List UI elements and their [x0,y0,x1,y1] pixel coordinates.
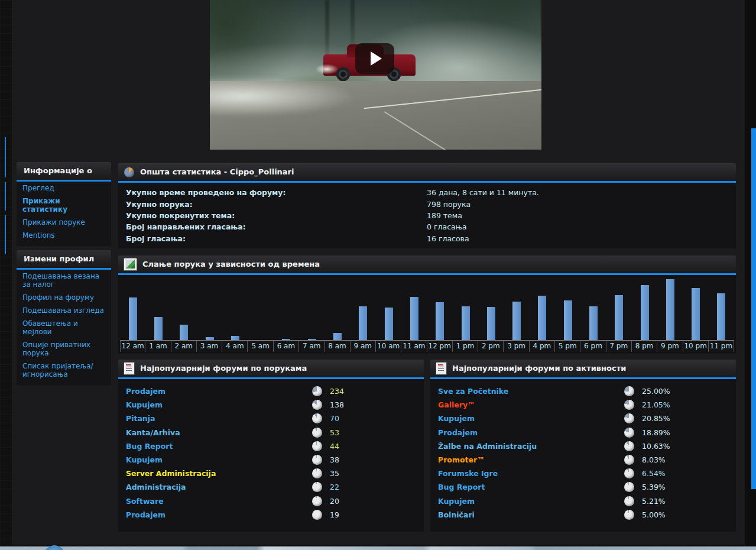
chart-hour-cell: 11 pm [709,277,734,352]
chart-hour-cell: 3 pm [504,277,529,352]
board-value: 20.85% [642,414,670,423]
board-link[interactable]: Prodajem [118,510,166,519]
board-link[interactable]: Kupujem [118,455,163,464]
sidebar-item[interactable]: Прикажи статистику [17,195,111,216]
report-icon [124,363,134,374]
board-value: 234 [330,387,344,396]
sidebar-item[interactable]: Опције приватних порука [17,338,111,360]
pie-chart-icon [124,167,134,177]
profile-sidebar: Информације о ПрегледПрикажи статистикуП… [17,162,111,389]
board-value: 18.89% [642,428,670,437]
stat-row: Укупно порука:798 порука [118,198,736,209]
bar-zone [222,277,248,340]
sidebar-item[interactable]: Прикажи поруке [17,216,111,229]
play-icon[interactable] [355,43,394,74]
x-axis-label: 11 am [401,340,427,352]
x-axis-label: 3 am [197,340,222,352]
bar-zone [580,277,606,340]
chart-hour-cell: 8 am [325,277,350,352]
board-value: 35 [330,469,339,478]
sidebar-item[interactable]: Профил на форуму [17,291,111,304]
chart-hour-cell: 4 am [222,277,248,352]
stat-label: Број гласања: [118,234,186,243]
chart-hour-cell: 8 pm [632,277,657,352]
board-link[interactable]: Kupujem [430,414,475,423]
activity-bar [641,285,649,340]
bar-zone [376,277,401,340]
board-link[interactable]: Kupujem [118,400,163,409]
table-row: Forumske Igre6.54% [430,467,736,480]
popular-by-posts-header: Најпопуларнији форуми по порукама [118,360,424,379]
board-link[interactable]: Server Administracija [118,469,216,478]
board-link[interactable]: Pitanja [118,414,155,423]
activity-bar [666,279,674,340]
board-link[interactable]: Bug Report [118,442,173,451]
popular-boards-by-activity-panel: Најпопуларнији форуми по активности Sve … [430,360,736,532]
board-link[interactable]: Kanta/Arhiva [118,428,180,437]
table-row: Prodajem18.89% [430,426,736,439]
chart-hour-cell: 7 am [299,277,325,352]
bar-zone [401,277,427,340]
x-axis-label: 12 am [120,340,145,352]
chart-hour-cell: 2 am [171,277,197,352]
board-link[interactable]: Sve za Početnike [430,387,508,396]
board-link[interactable]: Prodajem [430,428,478,437]
stat-row: Број гласања:16 гласова [118,233,736,244]
popular-by-activity-header: Најпопуларнији форуми по активности [430,360,736,379]
board-link[interactable]: Kupujem [430,497,475,506]
sidebar-item[interactable]: Mentions [17,229,111,242]
activity-bar [436,302,444,340]
board-value: 70 [330,414,339,423]
board-link[interactable]: Promoter™ [430,455,485,464]
popular-by-activity-title: Најпопуларнији форуми по активности [452,360,626,377]
posting-time-chart-panel: Слање порука у зависности од времена 12 … [118,255,736,354]
activity-bar [359,306,367,340]
mini-pie-icon [624,468,634,478]
stat-value: 798 порука [427,200,471,209]
board-value: 44 [330,442,339,451]
chart-hour-cell: 7 pm [606,277,632,352]
bar-zone [606,277,632,340]
sidebar-item[interactable]: Обавештења и мејлови [17,317,111,338]
chart-hour-cell: 10 pm [683,277,709,352]
table-row: Prodajem234 [118,384,424,398]
board-link[interactable]: Forumske Igre [430,469,498,478]
x-axis-label: 9 pm [657,340,683,352]
bar-zone [709,277,734,340]
left-accent-line [5,215,6,254]
board-link[interactable]: Software [118,497,164,506]
stat-value: 16 гласова [427,234,469,243]
sidebar-item[interactable]: Подешавања изгледа [17,304,111,317]
chart-hour-cell: 12 am [120,277,145,352]
table-row: Promoter™8.03% [430,453,736,467]
sidebar-item[interactable]: Преглед [17,182,111,195]
mini-pie-icon [624,482,634,492]
scrollbar-thumb[interactable] [751,128,756,489]
mini-pie-icon [312,441,322,451]
chart-hour-cell: 6 pm [580,277,606,352]
board-link[interactable]: Administracija [118,483,186,491]
table-row: Administracija22 [118,480,424,494]
sidebar-item[interactable]: Списак пријатеља/игнорисања [17,360,111,381]
board-link[interactable]: Bolničari [430,510,475,519]
board-value: 25.00% [642,387,670,396]
popular-boards-by-posts-panel: Најпопуларнији форуми по порукама Prodaj… [118,360,424,532]
sidebar-section-title: Измени профил [17,250,111,270]
mini-pie-icon [624,386,634,396]
sidebar-item[interactable]: Подешавања везана за налог [17,270,111,291]
mini-pie-icon [312,468,322,478]
bar-chart-image-icon [124,258,137,270]
bottom-orb-icon [43,545,66,550]
board-link[interactable]: Žalbe na Administraciju [430,442,537,451]
table-row: Kupujem20.85% [430,412,736,425]
activity-bar [564,300,572,340]
x-axis-label: 6 pm [580,340,606,352]
board-link[interactable]: Prodajem [118,387,166,396]
board-link[interactable]: Gallery™ [430,400,475,409]
stat-row: Укупно покренутих тема:189 тема [118,210,736,221]
table-row: Kupujem5.21% [430,494,736,508]
board-link[interactable]: Bug Report [430,483,485,491]
embedded-video-player[interactable] [210,0,541,150]
chart-hour-cell: 1 am [145,277,171,352]
board-value: 19 [330,510,339,519]
